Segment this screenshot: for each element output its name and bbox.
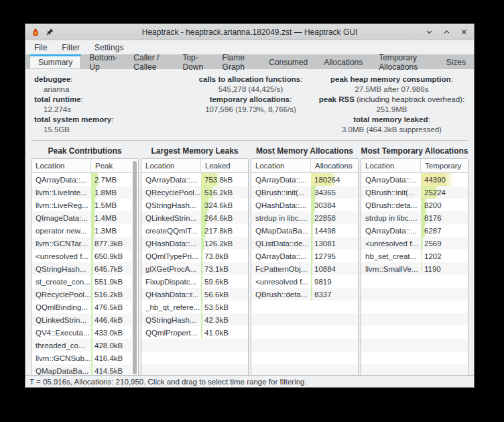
table-row[interactable]: QQmlTypePri...73.8kB: [141, 250, 248, 262]
table-row[interactable]: QRecyclePool...516.2kB: [141, 186, 248, 199]
table-row[interactable]: QStringHash...324.6kB: [141, 199, 248, 211]
table-row[interactable]: QBrush::deta...8337: [251, 288, 358, 301]
tab-sizes[interactable]: Sizes: [438, 54, 474, 68]
menu-settings[interactable]: Settings: [94, 43, 123, 52]
tab-summary[interactable]: Summary: [29, 54, 81, 68]
table-row[interactable]: glXGetProcA...73.1kB: [141, 262, 248, 275]
table-row[interactable]: llvm::GCNTar...877.3kB: [32, 237, 138, 250]
table-row[interactable]: QLinkedStrin...264.6kB: [141, 211, 248, 224]
value-text: 126.2kB: [201, 240, 233, 248]
table-row[interactable]: <unresolved f...650.9kB: [32, 250, 138, 262]
heaptrack-app-icon: [31, 28, 40, 37]
value-cell: 41.0kB: [201, 326, 248, 339]
location-cell: operator new...: [32, 227, 91, 235]
table-row[interactable]: QStringHash...42.3kB: [141, 313, 248, 326]
menu-filter[interactable]: Filter: [62, 43, 80, 52]
column-header-location[interactable]: Location: [361, 159, 421, 172]
column-header-location[interactable]: Location: [32, 159, 91, 172]
tab-temporary-allocations[interactable]: Temporary Allocations: [371, 54, 438, 68]
value-cell: 8200: [421, 199, 468, 211]
table-row[interactable]: QHashData::r...56.6kB: [141, 288, 248, 301]
table-row[interactable]: QBrush::init(...25224: [361, 186, 468, 199]
tab-caller-callee[interactable]: Caller / Callee: [125, 54, 174, 68]
tab-consumed[interactable]: Consumed: [261, 54, 316, 68]
table-row[interactable]: QQmlPropert...41.0kB: [141, 326, 248, 339]
table-row[interactable]: QArrayData::...6287: [361, 224, 468, 237]
status-bar: T = 05.916s, Allocations: 210,950. Click…: [25, 375, 474, 387]
table-row[interactable]: llvm::LiveReg...1.5MB: [32, 199, 138, 211]
table-row[interactable]: QLinkedStrin...446.4kB: [32, 313, 138, 326]
table-row[interactable]: QArrayData::...2.7MB: [32, 173, 138, 186]
table-row[interactable]: llvm::SmallVe...1190: [361, 262, 468, 275]
value-text: 180264: [311, 176, 340, 184]
table-row[interactable]: llvm::LiveInte...1.8MB: [32, 186, 138, 199]
table-row[interactable]: QImageData:...1.4MB: [32, 211, 138, 224]
value-text: 877.3kB: [91, 240, 123, 248]
table-row[interactable]: operator new...1.3MB: [32, 224, 138, 237]
scrollbar-thumb[interactable]: [133, 161, 137, 374]
value-text: 56.6kB: [201, 291, 229, 299]
table-row[interactable]: <unresolved f...2569: [361, 237, 468, 250]
table-row[interactable]: QBrush::deta...8200: [361, 199, 468, 211]
table-row[interactable]: QMapDataBa...14498: [251, 224, 358, 237]
table-row[interactable]: QListData::de...13081: [251, 237, 358, 250]
column-header-allocations[interactable]: Allocations: [311, 159, 358, 172]
table-row[interactable]: _hb_qt_refere...53.5kB: [141, 301, 248, 313]
table-row[interactable]: QArrayData::...753.8kB: [141, 173, 248, 186]
table-row[interactable]: <unresolved f...9819: [251, 275, 358, 288]
column-header-temporary[interactable]: Temporary: [421, 159, 468, 172]
table-row[interactable]: strdup in libc....8176: [361, 211, 468, 224]
window-title: Heaptrack - heaptrack.arianna.182049.zst…: [25, 28, 474, 37]
value-cell: 126.2kB: [201, 237, 248, 250]
maximize-button[interactable]: [442, 28, 451, 37]
table-row[interactable]: st_create_con...551.9kB: [32, 275, 138, 288]
desktop-background: Heaptrack - heaptrack.arianna.182049.zst…: [0, 0, 504, 422]
table-row[interactable]: FcPatternObj...10884: [251, 262, 358, 275]
table-row[interactable]: FixupDispatc...59.6kB: [141, 275, 248, 288]
table-row[interactable]: QArrayData::...44390: [361, 173, 468, 186]
location-cell: FcPatternObj...: [251, 265, 311, 273]
pin-icon[interactable]: [46, 28, 55, 37]
table-row[interactable]: QStringHash...645.7kB: [32, 262, 138, 275]
table-row[interactable]: QV4::Executa...433.0kB: [32, 326, 138, 339]
value-cell: 2569: [421, 237, 468, 250]
table-row[interactable]: QHashData::...126.2kB: [141, 237, 248, 250]
table-row[interactable]: QBrush::init(...34365: [251, 186, 358, 199]
location-cell: QHashData::...: [141, 240, 201, 248]
value-text: 22858: [311, 214, 336, 222]
panel-title: Peak Contributions: [31, 145, 139, 158]
stats-column-memory: peak heap memory consumption: 27.5MB aft…: [316, 74, 467, 135]
table-row[interactable]: threaded_co...428.0kB: [32, 339, 138, 352]
stat-label: temporary allocations:: [185, 95, 316, 105]
table-row[interactable]: QArrayData::...12795: [251, 250, 358, 262]
table-row[interactable]: QMapDataBa...414.5kB: [32, 364, 138, 375]
column-header-leaked[interactable]: Leaked: [201, 159, 248, 172]
tab-allocations[interactable]: Allocations: [316, 54, 371, 68]
panel-most-temporary-allocations: Most Temporary AllocationsLocationTempor…: [361, 145, 468, 375]
stats-column-general: debuggee: arianna total runtime: 12.274s…: [32, 74, 185, 135]
menu-file[interactable]: File: [34, 43, 47, 52]
summary-page: debuggee: arianna total runtime: 12.274s…: [25, 69, 474, 375]
table-row[interactable]: hb_set_creat...1202: [361, 250, 468, 262]
close-button[interactable]: [459, 28, 468, 37]
vertical-scrollbar[interactable]: [131, 160, 137, 375]
column-header-location[interactable]: Location: [141, 159, 201, 172]
tab-top-down[interactable]: Top-Down: [174, 54, 214, 68]
table-row[interactable]: QQmlBinding...476.5kB: [32, 301, 138, 313]
table-row[interactable]: QRecyclePool...516.2kB: [32, 288, 138, 301]
value-cell: 44390: [421, 173, 468, 186]
titlebar[interactable]: Heaptrack - heaptrack.arianna.182049.zst…: [25, 24, 474, 40]
table-row[interactable]: llvm::GCNSub...416.4kB: [32, 352, 138, 364]
tab-bottom-up[interactable]: Bottom-Up: [81, 54, 125, 68]
column-header-location[interactable]: Location: [251, 159, 311, 172]
tab-flame-graph[interactable]: Flame Graph: [214, 54, 261, 68]
table-row[interactable]: createQQmlT...217.8kB: [141, 224, 248, 237]
value-cell: 8176: [421, 211, 468, 224]
value-cell: 180264: [311, 173, 358, 186]
value-text: 44390: [421, 176, 446, 184]
table-row[interactable]: strdup in libc....22858: [251, 211, 358, 224]
location-cell: threaded_co...: [32, 341, 91, 350]
minimize-button[interactable]: [424, 28, 434, 37]
table-row[interactable]: QHashData::...30384: [251, 199, 358, 211]
table-row[interactable]: QArrayData::...180264: [251, 173, 358, 186]
